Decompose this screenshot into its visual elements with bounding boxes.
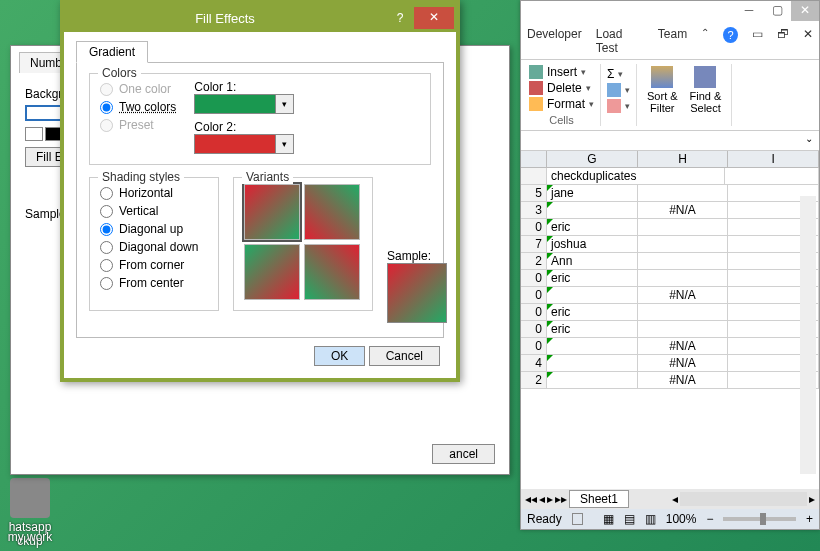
desktop-icon-mywork[interactable]: my work: [0, 530, 60, 544]
sheet-tab[interactable]: Sheet1: [569, 490, 629, 508]
minimize-button[interactable]: ─: [735, 1, 763, 21]
radio-diagonal-up[interactable]: Diagonal up: [100, 220, 208, 238]
zoom-level[interactable]: 100%: [666, 512, 697, 526]
insert-button[interactable]: Insert▾: [529, 64, 594, 80]
radio-vertical[interactable]: Vertical: [100, 202, 208, 220]
window-minimize-icon[interactable]: ▭: [752, 27, 763, 55]
shading-styles-group: Shading styles Horizontal Vertical Diago…: [89, 177, 219, 311]
sheet-nav-next-icon[interactable]: ▸: [547, 492, 553, 506]
window-restore-icon[interactable]: 🗗: [777, 27, 789, 55]
radio-input[interactable]: [100, 187, 113, 200]
shading-legend: Shading styles: [98, 170, 184, 184]
insert-icon: [529, 65, 543, 79]
radio-input[interactable]: [100, 101, 113, 114]
radio-input[interactable]: [100, 277, 113, 290]
status-bar: Ready ▦ ▤ ▥ 100% − +: [521, 509, 819, 529]
variant-1[interactable]: [244, 184, 300, 240]
clear-button[interactable]: ▾: [607, 98, 630, 114]
color2-dropdown[interactable]: ▾: [194, 134, 294, 154]
variant-3[interactable]: [244, 244, 300, 300]
horizontal-scrollbar[interactable]: [680, 492, 807, 506]
dropdown-arrow-icon[interactable]: ▾: [275, 135, 293, 153]
find-select-icon: [694, 66, 716, 88]
window-close-icon[interactable]: ✕: [803, 27, 813, 55]
autosum-button[interactable]: Σ▾: [607, 66, 630, 82]
select-all-corner[interactable]: [521, 151, 547, 168]
column-header-g[interactable]: G: [547, 151, 638, 168]
hscroll-left-icon[interactable]: ◂: [672, 492, 678, 506]
dialog-help-button[interactable]: ?: [386, 11, 414, 25]
sort-filter-icon: [651, 66, 673, 88]
cancel-button[interactable]: Cancel: [369, 346, 440, 366]
sheet-nav-prev-icon[interactable]: ◂: [539, 492, 545, 506]
fill-effects-dialog: Fill Effects ? ✕ Gradient Colors One col…: [60, 0, 460, 382]
close-button[interactable]: ✕: [791, 1, 819, 21]
zoom-slider[interactable]: [723, 517, 796, 521]
radio-input[interactable]: [100, 259, 113, 272]
hscroll-right-icon[interactable]: ▸: [809, 492, 815, 506]
sheet-nav-first-icon[interactable]: ◂◂: [525, 492, 537, 506]
dropdown-arrow-icon[interactable]: ▾: [589, 99, 594, 109]
dropdown-arrow-icon[interactable]: ▾: [625, 85, 630, 95]
column-header-h[interactable]: H: [638, 151, 729, 168]
worksheet-grid[interactable]: checkduplicates 5jane 3#N/A 0eric 7joshu…: [521, 168, 819, 428]
radio-from-center[interactable]: From center: [100, 274, 208, 292]
sigma-icon: Σ: [607, 67, 614, 81]
sheet-nav-last-icon[interactable]: ▸▸: [555, 492, 567, 506]
expand-formula-bar-icon[interactable]: ⌄: [805, 133, 813, 144]
ribbon-customize-icon[interactable]: ⌃: [701, 27, 709, 55]
dialog-titlebar[interactable]: Fill Effects ? ✕: [64, 4, 456, 32]
variant-2[interactable]: [304, 184, 360, 240]
colors-legend: Colors: [98, 66, 141, 80]
view-pagebreak-icon[interactable]: ▥: [645, 512, 656, 526]
tab-gradient[interactable]: Gradient: [76, 41, 148, 63]
ribbon-group-editing: Sort & Filter Find & Select Editing: [637, 64, 732, 126]
radio-input[interactable]: [100, 223, 113, 236]
dropdown-arrow-icon[interactable]: ▾: [275, 95, 293, 113]
radio-input[interactable]: [100, 241, 113, 254]
fill-button[interactable]: ▾: [607, 82, 630, 98]
find-select-button[interactable]: Find & Select: [686, 64, 726, 126]
dialog-close-button[interactable]: ✕: [414, 7, 454, 29]
ribbon-group-cells: Insert▾ Delete▾ Format▾ Cells: [523, 64, 601, 126]
radio-diagonal-down[interactable]: Diagonal down: [100, 238, 208, 256]
radio-input[interactable]: [100, 205, 113, 218]
delete-button[interactable]: Delete▾: [529, 80, 594, 96]
color2-swatch: [195, 135, 275, 153]
help-icon[interactable]: ?: [723, 27, 738, 43]
color1-dropdown[interactable]: ▾: [194, 94, 294, 114]
color-swatch[interactable]: [25, 127, 43, 141]
column-header-i[interactable]: I: [728, 151, 819, 168]
desktop-icon-label: my work: [0, 530, 60, 544]
zoom-in-button[interactable]: +: [806, 512, 813, 526]
ribbon-tab-developer[interactable]: Developer: [527, 27, 582, 55]
sort-filter-button[interactable]: Sort & Filter: [643, 64, 682, 126]
variant-4[interactable]: [304, 244, 360, 300]
colors-group: Colors One color Two colors Preset Color…: [89, 73, 431, 165]
dropdown-arrow-icon[interactable]: ▾: [618, 69, 623, 79]
formula-bar[interactable]: ⌄: [521, 131, 819, 151]
ribbon-tab-team[interactable]: Team: [658, 27, 687, 55]
maximize-button[interactable]: ▢: [763, 1, 791, 21]
view-layout-icon[interactable]: ▤: [624, 512, 635, 526]
ok-button[interactable]: OK: [314, 346, 365, 366]
zoom-out-button[interactable]: −: [706, 512, 713, 526]
radio-two-colors[interactable]: Two colors: [100, 98, 176, 116]
dropdown-arrow-icon[interactable]: ▾: [625, 101, 630, 111]
radio-horizontal[interactable]: Horizontal: [100, 184, 208, 202]
dialog-title: Fill Effects: [64, 11, 386, 26]
fill-down-icon: [607, 83, 621, 97]
format-button[interactable]: Format▾: [529, 96, 594, 112]
dropdown-arrow-icon[interactable]: ▾: [586, 83, 591, 93]
variants-legend: Variants: [242, 170, 293, 184]
sample-label: Sample:: [387, 249, 447, 263]
vertical-scrollbar[interactable]: [800, 196, 816, 474]
cancel-button[interactable]: ancel: [432, 444, 495, 464]
ribbon-tab-loadtest[interactable]: Load Test: [596, 27, 644, 55]
color1-swatch: [195, 95, 275, 113]
excel-window: ─ ▢ ✕ Developer Load Test Team ⌃ ? ▭ 🗗 ✕…: [520, 0, 820, 530]
view-normal-icon[interactable]: ▦: [603, 512, 614, 526]
radio-from-corner[interactable]: From corner: [100, 256, 208, 274]
macro-record-icon[interactable]: [572, 513, 583, 525]
dropdown-arrow-icon[interactable]: ▾: [581, 67, 586, 77]
